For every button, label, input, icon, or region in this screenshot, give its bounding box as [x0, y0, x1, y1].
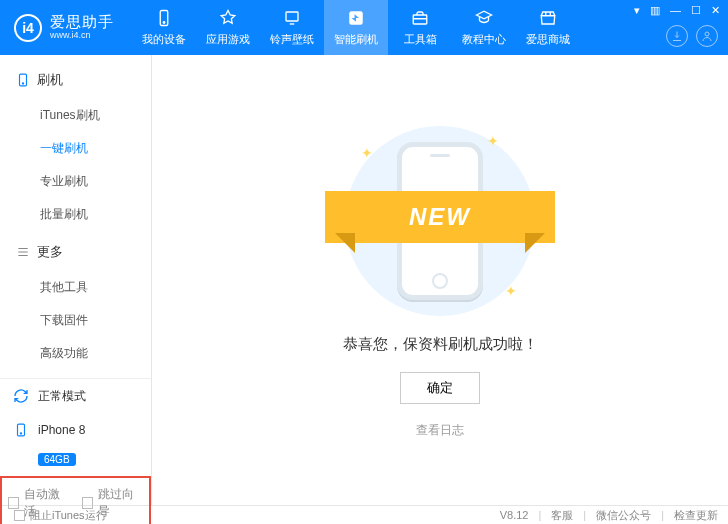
nav-apps[interactable]: 应用游戏 — [196, 0, 260, 55]
minimize-icon[interactable]: — — [670, 4, 681, 17]
side-head-0[interactable]: 刷机 — [0, 67, 151, 99]
nav-toolbox[interactable]: 工具箱 — [388, 0, 452, 55]
ok-button[interactable]: 确定 — [400, 372, 480, 404]
block-itunes-checkbox[interactable]: 阻止iTunes运行 — [14, 508, 107, 523]
side-item-1-2[interactable]: 高级功能 — [0, 337, 151, 370]
user-icon[interactable] — [696, 25, 718, 47]
side-head-icon — [16, 71, 30, 89]
flash-icon — [346, 8, 366, 28]
svg-point-7 — [22, 83, 23, 84]
nav-ringtone[interactable]: 铃声壁纸 — [260, 0, 324, 55]
svg-point-5 — [705, 32, 709, 36]
shop-icon — [538, 8, 558, 28]
apps-icon — [218, 8, 238, 28]
maximize-icon[interactable]: ☐ — [691, 4, 701, 17]
nav-device[interactable]: 我的设备 — [132, 0, 196, 55]
side-head-icon — [16, 245, 30, 259]
ringtone-icon — [282, 8, 302, 28]
download-icon[interactable] — [666, 25, 688, 47]
logo-title: 爱思助手 — [50, 14, 114, 31]
svg-rect-4 — [413, 15, 427, 24]
nav-flash[interactable]: 智能刷机 — [324, 0, 388, 55]
side-item-0-2[interactable]: 专业刷机 — [0, 165, 151, 198]
footer-link-update[interactable]: 检查更新 — [674, 508, 718, 523]
logo[interactable]: i4 爱思助手 www.i4.cn — [0, 0, 132, 55]
logo-badge-icon: i4 — [14, 14, 42, 42]
svg-rect-2 — [286, 12, 298, 21]
footer-link-wechat[interactable]: 微信公众号 — [596, 508, 651, 523]
refresh-icon — [12, 387, 30, 405]
mode-row[interactable]: 正常模式 — [0, 379, 151, 413]
side-item-0-1[interactable]: 一键刷机 — [0, 132, 151, 165]
device-name: iPhone 8 — [38, 423, 85, 437]
view-log-link[interactable]: 查看日志 — [416, 422, 464, 439]
logo-url: www.i4.cn — [50, 31, 114, 41]
sidebar: 刷机iTunes刷机一键刷机专业刷机批量刷机更多其他工具下载固件高级功能 正常模… — [0, 55, 152, 505]
new-banner: NEW — [325, 191, 555, 243]
svg-point-1 — [163, 22, 165, 24]
nav-shop[interactable]: 爱思商城 — [516, 0, 580, 55]
device-row[interactable]: iPhone 8 64GB — [0, 413, 151, 476]
version-label: V8.12 — [500, 509, 529, 521]
header: i4 爱思助手 www.i4.cn 我的设备应用游戏铃声壁纸智能刷机工具箱教程中… — [0, 0, 728, 55]
success-illustration: ✦✦✦ NEW — [335, 121, 545, 321]
storage-badge: 64GB — [38, 453, 76, 466]
tutorial-icon — [474, 8, 494, 28]
success-message: 恭喜您，保资料刷机成功啦！ — [343, 335, 538, 354]
nav-tutorial[interactable]: 教程中心 — [452, 0, 516, 55]
top-nav: 我的设备应用游戏铃声壁纸智能刷机工具箱教程中心爱思商城 — [132, 0, 580, 55]
phone-icon — [12, 421, 30, 439]
side-head-1[interactable]: 更多 — [0, 239, 151, 271]
svg-point-9 — [20, 433, 21, 434]
main-content: ✦✦✦ NEW 恭喜您，保资料刷机成功啦！ 确定 查看日志 — [152, 55, 728, 505]
side-item-0-0[interactable]: iTunes刷机 — [0, 99, 151, 132]
menu-icon[interactable]: ▾ — [634, 4, 640, 17]
side-item-1-0[interactable]: 其他工具 — [0, 271, 151, 304]
mode-label: 正常模式 — [38, 388, 86, 405]
skin-icon[interactable]: ▥ — [650, 4, 660, 17]
close-icon[interactable]: ✕ — [711, 4, 720, 17]
window-controls: ▾ ▥ — ☐ ✕ — [634, 4, 720, 17]
footer-link-support[interactable]: 客服 — [551, 508, 573, 523]
device-icon — [154, 8, 174, 28]
side-item-0-3[interactable]: 批量刷机 — [0, 198, 151, 231]
toolbox-icon — [410, 8, 430, 28]
side-item-1-1[interactable]: 下载固件 — [0, 304, 151, 337]
